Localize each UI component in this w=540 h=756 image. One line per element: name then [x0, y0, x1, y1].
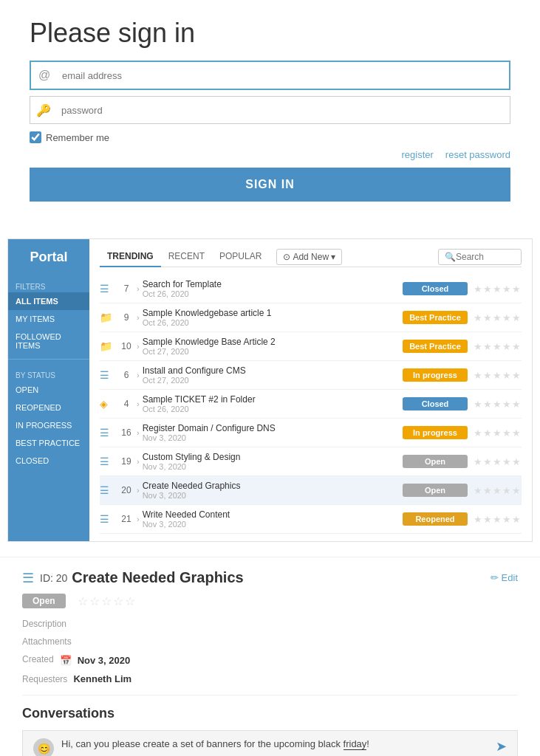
ticket-date: Oct 26, 2020 — [143, 405, 403, 413]
table-row[interactable]: 📁 10 › Sample Knowledge Base Article 2 O… — [100, 332, 522, 361]
detail-star-rating: ☆☆☆☆☆ — [78, 594, 137, 608]
chevron-down-icon: ▾ — [331, 252, 335, 262]
email-input-row: @ — [30, 61, 510, 90]
status-badge: Best Practice — [403, 340, 468, 353]
ticket-date: Oct 26, 2020 — [143, 289, 403, 298]
chevron-right-icon: › — [137, 515, 140, 523]
detail-list-icon: ☰ — [22, 570, 34, 586]
tab-recent[interactable]: RECENT — [161, 247, 212, 267]
table-row[interactable]: 📁 9 › Sample Knowledgebase article 1 Oct… — [100, 303, 522, 332]
ticket-title: Register Domain / Configure DNS — [143, 423, 403, 433]
table-row[interactable]: ☰ 19 › Custom Styling & Design Nov 3, 20… — [100, 447, 522, 476]
ticket-date: Nov 3, 2020 — [143, 433, 403, 442]
ticket-info: Write Needed Content Nov 3, 2020 — [143, 509, 403, 529]
sidebar: Portal Filters ALL ITEMS MY ITEMS FOLLOW… — [8, 239, 89, 541]
conv-avatar: 😊 — [33, 738, 54, 756]
table-row[interactable]: ☰ 20 › Create Needed Graphics Nov 3, 202… — [100, 476, 522, 505]
detail-section: ☰ ID: 20 Create Needed Graphics ✏ Edit O… — [0, 557, 540, 721]
chevron-right-icon: › — [137, 428, 140, 437]
send-button[interactable]: ➤ — [496, 738, 507, 755]
diamond-icon: ◈ — [100, 398, 116, 410]
sidebar-item-followed-items[interactable]: FOLLOWED ITEMS — [8, 328, 89, 354]
email-icon: @ — [31, 62, 58, 89]
email-input[interactable] — [58, 64, 509, 87]
search-input[interactable] — [456, 252, 515, 262]
ticket-info: Sample Knowledge Base Article 2 Oct 27, … — [143, 337, 403, 356]
ticket-num: 4 — [116, 399, 137, 409]
password-input[interactable] — [57, 99, 510, 122]
sidebar-item-my-items[interactable]: MY ITEMS — [8, 310, 89, 328]
chevron-right-icon: › — [137, 284, 140, 293]
sidebar-item-reopened[interactable]: REOPENED — [8, 399, 89, 416]
sidebar-item-in-progress[interactable]: IN PROGRESS — [8, 416, 89, 434]
chevron-right-icon: › — [137, 399, 140, 408]
reset-password-link[interactable]: reset password — [445, 149, 510, 160]
table-row[interactable]: ☰ 7 › Search for Template Oct 26, 2020 C… — [100, 275, 522, 303]
ticket-date: Oct 26, 2020 — [143, 318, 403, 327]
conversation-area: 😊 Hi, can you please create a set of ban… — [0, 730, 540, 756]
table-row[interactable]: ◈ 4 › Sample TICKET #2 in Folder Oct 26,… — [100, 390, 522, 419]
sidebar-item-all-items[interactable]: ALL ITEMS — [8, 292, 89, 310]
tab-trending[interactable]: TRENDING — [100, 247, 161, 267]
status-badge: In progress — [403, 426, 468, 439]
ticket-title: Write Needed Content — [143, 509, 403, 520]
tab-popular[interactable]: POPULAR — [212, 247, 269, 267]
chevron-right-icon: › — [137, 486, 140, 495]
sidebar-item-closed[interactable]: CLOSED — [8, 452, 89, 470]
chevron-right-icon: › — [137, 371, 140, 379]
attachments-field: Attachments — [22, 636, 518, 647]
search-icon: 🔍 — [445, 252, 456, 262]
folder-icon: 📁 — [100, 312, 116, 323]
star-rating: ★★★★★ — [474, 427, 522, 439]
list-icon: ☰ — [100, 513, 116, 525]
portal-logo: Portal — [8, 239, 89, 275]
detail-status-row: Open ☆☆☆☆☆ — [22, 594, 518, 608]
ticket-info: Create Needed Graphics Nov 3, 2020 — [143, 481, 403, 500]
ticket-date: Nov 3, 2020 — [143, 491, 403, 500]
sidebar-divider — [8, 359, 89, 360]
table-row[interactable]: ☰ 6 › Install and Configure CMS Oct 27, … — [100, 361, 522, 390]
tabs-row: TRENDING RECENT POPULAR ⊙ Add New ▾ 🔍 — [100, 247, 522, 267]
requester-row: Requesters Kenneth Lim — [22, 673, 518, 684]
ticket-num: 19 — [116, 456, 137, 467]
ticket-info: Sample TICKET #2 in Folder Oct 26, 2020 — [143, 394, 403, 413]
star-rating: ★★★★★ — [474, 312, 522, 323]
ticket-date: Oct 27, 2020 — [143, 376, 403, 385]
detail-title: Create Needed Graphics — [72, 569, 243, 586]
ticket-num: 20 — [116, 485, 137, 495]
requesters-label: Requesters — [22, 674, 67, 684]
ticket-num: 16 — [116, 427, 137, 438]
ticket-title: Install and Configure CMS — [143, 365, 403, 376]
search-box[interactable]: 🔍 — [438, 249, 522, 265]
star-rating: ★★★★★ — [474, 514, 522, 525]
filters-label: Filters — [8, 275, 89, 292]
conv-text[interactable]: Hi, can you please create a set of banne… — [61, 738, 488, 749]
star-rating: ★★★★★ — [474, 485, 522, 496]
remember-checkbox[interactable] — [30, 131, 41, 143]
ticket-num: 6 — [116, 370, 137, 380]
signin-button[interactable]: SIGN IN — [30, 168, 510, 202]
status-badge: Open — [403, 455, 468, 468]
table-row[interactable]: ☰ 16 › Register Domain / Configure DNS N… — [100, 419, 522, 447]
ticket-info: Sample Knowledgebase article 1 Oct 26, 2… — [143, 308, 403, 327]
chevron-right-icon: › — [137, 342, 140, 351]
friday-underline: friday — [344, 738, 367, 750]
ticket-date: Nov 3, 2020 — [143, 462, 403, 471]
links-row: register reset password — [30, 149, 510, 160]
edit-button[interactable]: ✏ Edit — [491, 572, 518, 583]
edit-icon: ✏ — [491, 572, 499, 583]
ticket-title: Sample TICKET #2 in Folder — [143, 394, 403, 405]
register-link[interactable]: register — [401, 149, 433, 160]
list-icon: ☰ — [100, 283, 116, 295]
signin-section: Please sign in @ 🔑 Remember me register … — [0, 0, 540, 224]
star-rating: ★★★★★ — [474, 284, 522, 295]
list-icon: ☰ — [100, 369, 116, 381]
table-row[interactable]: ☰ 21 › Write Needed Content Nov 3, 2020 … — [100, 505, 522, 534]
add-new-button[interactable]: ⊙ Add New ▾ — [276, 249, 342, 265]
ticket-list: ☰ 7 › Search for Template Oct 26, 2020 C… — [100, 275, 522, 534]
sidebar-item-open[interactable]: OPEN — [8, 381, 89, 399]
ticket-title: Sample Knowledge Base Article 2 — [143, 337, 403, 347]
sidebar-item-best-practice[interactable]: BEST PRACTICE — [8, 434, 89, 452]
status-badge: Best Practice — [403, 311, 468, 324]
ticket-date: Nov 3, 2020 — [143, 520, 403, 529]
